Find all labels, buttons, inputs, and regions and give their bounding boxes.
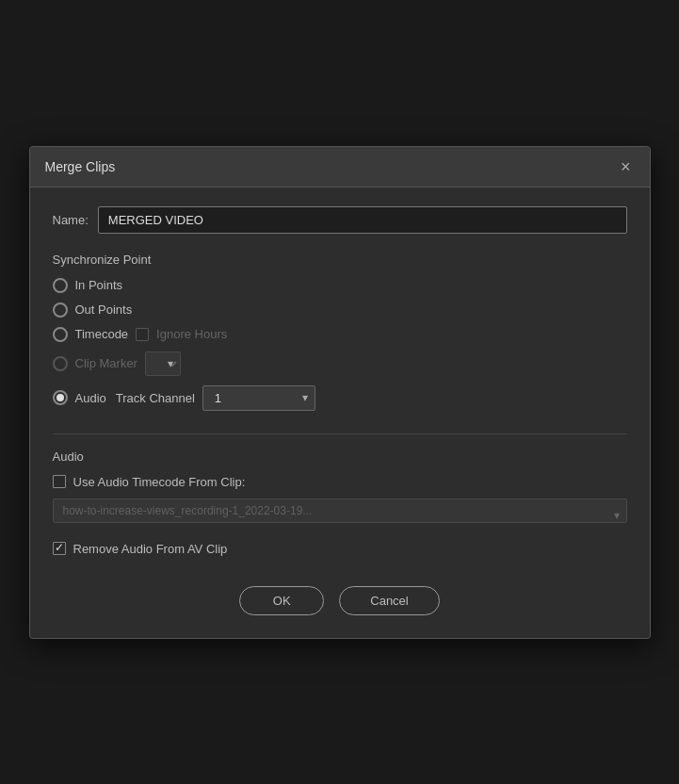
clip-marker-label: Clip Marker (75, 356, 137, 370)
track-channel-select[interactable]: 1 2 3 4 (202, 385, 315, 411)
in-points-label: In Points (75, 278, 123, 292)
cancel-button[interactable]: Cancel (339, 586, 439, 615)
remove-audio-checkbox[interactable] (53, 542, 66, 555)
use-audio-timecode-row: Use Audio Timecode From Clip: (53, 475, 627, 489)
audio-sync-label: Audio (75, 391, 106, 405)
out-points-row: Out Points (53, 302, 627, 318)
timecode-label: Timecode (75, 327, 129, 341)
track-channel-select-wrapper[interactable]: 1 2 3 4 (202, 385, 315, 411)
timecode-row: Timecode Ignore Hours (53, 327, 627, 342)
ignore-hours-label: Ignore Hours (156, 327, 227, 341)
out-points-label: Out Points (75, 302, 133, 317)
ok-button[interactable]: OK (239, 586, 324, 615)
clip-file-wrapper: how-to-increase-views_recording-1_2022-0… (53, 498, 627, 532)
in-points-radio[interactable] (53, 278, 68, 293)
section-divider (53, 433, 627, 434)
ignore-hours-checkbox (136, 328, 149, 341)
clip-marker-row: Clip Marker (53, 351, 627, 376)
audio-section-label: Audio (53, 449, 627, 464)
clip-marker-radio (53, 356, 68, 371)
close-button[interactable]: × (617, 156, 635, 177)
remove-audio-row: Remove Audio From AV Clip (53, 542, 627, 556)
name-input[interactable] (98, 206, 627, 234)
clip-file-select: how-to-increase-views_recording-1_2022-0… (53, 498, 627, 523)
audio-section: Audio Use Audio Timecode From Clip: how-… (53, 449, 627, 556)
track-channel-label: Track Channel (116, 391, 195, 405)
synchronize-point-section: Synchronize Point In Points Out Points T… (53, 253, 627, 411)
out-points-radio[interactable] (53, 302, 68, 318)
ignore-hours-group: Ignore Hours (136, 327, 227, 341)
clip-marker-select-wrapper (145, 351, 181, 376)
audio-sync-radio[interactable] (53, 390, 68, 405)
use-audio-timecode-label: Use Audio Timecode From Clip: (73, 475, 246, 489)
clip-marker-select (145, 351, 181, 376)
dialog-titlebar: Merge Clips × (30, 147, 650, 188)
name-label: Name: (53, 213, 89, 227)
remove-audio-label: Remove Audio From AV Clip (73, 542, 228, 556)
audio-sync-row: Audio Track Channel 1 2 3 4 (53, 385, 627, 411)
dialog-title: Merge Clips (45, 159, 116, 174)
timecode-radio[interactable] (53, 327, 68, 342)
synchronize-point-label: Synchronize Point (53, 253, 627, 267)
use-audio-timecode-checkbox[interactable] (53, 475, 66, 488)
dialog-footer: OK Cancel (53, 571, 627, 615)
name-row: Name: (53, 206, 627, 234)
merge-clips-dialog: Merge Clips × Name: Synchronize Point In… (29, 146, 651, 639)
dialog-body: Name: Synchronize Point In Points Out Po… (30, 188, 650, 638)
in-points-row: In Points (53, 278, 627, 293)
